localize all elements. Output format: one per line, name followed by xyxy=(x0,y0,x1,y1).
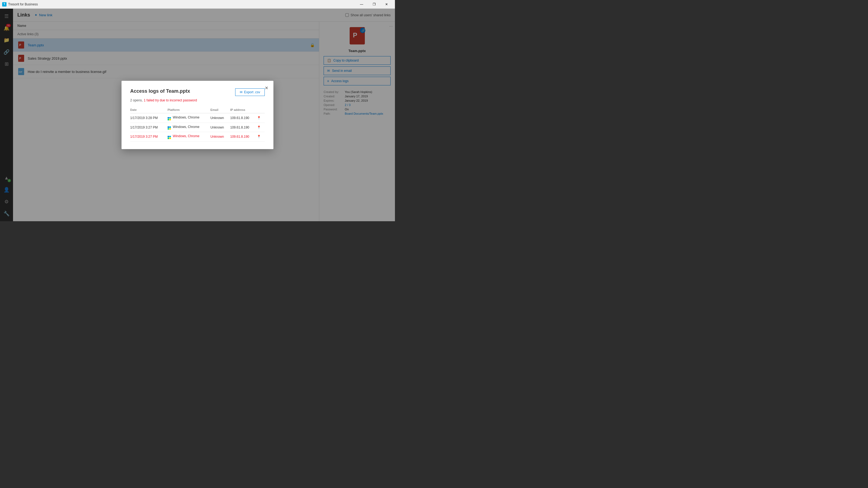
maximize-button[interactable]: ❐ xyxy=(368,0,380,9)
location-pin-icon: 📍 xyxy=(257,113,265,123)
opens-count: 2 opens, xyxy=(130,98,143,102)
modal-overlay: ✕ ✉ Export .csv Access logs of Team.pptx… xyxy=(0,9,395,221)
access-logs-modal: ✕ ✉ Export .csv Access logs of Team.pptx… xyxy=(122,81,273,149)
windows-icon xyxy=(167,117,171,120)
log-ip: 109.61.8.190 xyxy=(230,123,257,132)
failed-count: 1 failed try due to incorrect password xyxy=(144,98,197,102)
log-platform: Windows, Chrome xyxy=(167,132,211,141)
log-date: 1/17/2019 3:27 PM xyxy=(130,123,167,132)
access-log-table: Date Platform Email IP address 1/17/2019… xyxy=(130,106,265,141)
modal-subtitle: 2 opens, 1 failed try due to incorrect p… xyxy=(130,98,265,102)
windows-icon xyxy=(167,136,171,139)
log-date: 1/17/2019 3:28 PM xyxy=(130,113,167,123)
log-platform: Windows, Chrome xyxy=(167,113,211,123)
location-pin-icon: 📍 xyxy=(257,132,265,141)
windows-icon xyxy=(167,126,171,130)
log-ip: 109.61.8.190 xyxy=(230,113,257,123)
log-date: 1/17/2019 3:27 PM xyxy=(130,132,167,141)
log-ip: 109.61.8.190 xyxy=(230,132,257,141)
windows-squares-icon xyxy=(167,126,171,130)
table-row: 1/17/2019 3:27 PM Windows, Chrome xyxy=(130,123,265,132)
location-pin-icon: 📍 xyxy=(257,123,265,132)
export-csv-button[interactable]: ✉ Export .csv xyxy=(235,88,265,96)
titlebar-left: T Tresorit for Business xyxy=(2,2,38,6)
close-button[interactable]: ✕ xyxy=(380,0,393,9)
app-title: Tresorit for Business xyxy=(8,2,38,6)
table-row: 1/17/2019 3:28 PM Windows, Chrome xyxy=(130,113,265,123)
windows-squares-icon xyxy=(167,136,171,139)
table-row: 1/17/2019 3:27 PM Windows, Chrome xyxy=(130,132,265,141)
minimize-button[interactable]: — xyxy=(355,0,368,9)
log-table-body: 1/17/2019 3:28 PM Windows, Chrome xyxy=(130,113,265,141)
export-icon: ✉ xyxy=(240,90,243,94)
log-email: Unknown xyxy=(211,132,230,141)
close-icon: ✕ xyxy=(265,86,268,91)
col-ip: IP address xyxy=(230,106,257,113)
col-date: Date xyxy=(130,106,167,113)
export-label: Export .csv xyxy=(244,90,260,94)
modal-close-button[interactable]: ✕ xyxy=(262,84,270,92)
log-email: Unknown xyxy=(211,113,230,123)
col-email: Email xyxy=(211,106,230,113)
log-platform: Windows, Chrome xyxy=(167,123,211,132)
app-icon: T xyxy=(2,2,6,6)
col-location xyxy=(257,106,265,113)
titlebar: T Tresorit for Business — ❐ ✕ xyxy=(0,0,395,9)
log-email: Unknown xyxy=(211,123,230,132)
window-controls: — ❐ ✕ xyxy=(355,0,393,9)
log-table-header: Date Platform Email IP address xyxy=(130,106,265,113)
col-platform: Platform xyxy=(167,106,211,113)
windows-squares-icon xyxy=(167,117,171,120)
